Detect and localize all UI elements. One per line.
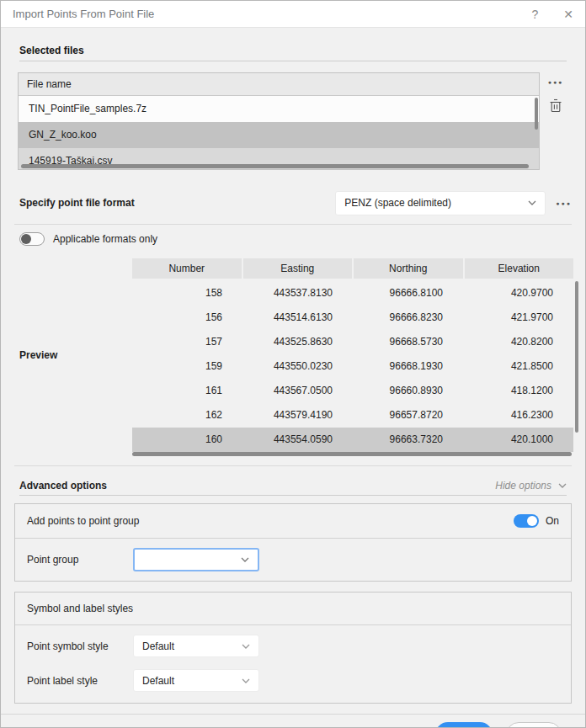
chevron-down-icon (528, 200, 536, 205)
preview-cell: 443554.0590 (242, 428, 353, 452)
preview-body: 158443537.813096666.8100420.970015644351… (132, 281, 573, 452)
file-list-horizontal-scrollbar[interactable] (21, 164, 529, 168)
point-group-box: Add points to point group On Point group (14, 503, 572, 582)
point-symbol-style-value: Default (142, 640, 242, 652)
point-group-label: Point group (27, 554, 133, 566)
preview-cell: 443567.0500 (242, 379, 353, 403)
preview-cell: 160 (132, 428, 242, 452)
close-icon[interactable]: ✕ (563, 8, 573, 20)
preview-row[interactable]: 160443554.059096663.7320420.1000 (132, 428, 573, 452)
file-list-column-header[interactable]: File name (19, 73, 539, 96)
preview-row[interactable]: 159443550.023096668.1930421.8500 (132, 354, 573, 379)
preview-cell: 420.9700 (463, 281, 573, 306)
preview-row[interactable]: 162443579.419096657.8720416.2300 (132, 403, 573, 428)
preview-cell: 443579.4190 (242, 403, 353, 428)
dialog-title: Import Points From Point File (13, 8, 506, 20)
preview-cell: 157 (132, 330, 242, 354)
format-dropdown-value: PENZ (space delimited) (344, 197, 528, 209)
preview-cell: 96666.8230 (353, 306, 463, 330)
preview-row[interactable]: 156443514.613096666.8230421.9700 (132, 306, 573, 330)
preview-cell: 96660.8930 (353, 379, 463, 403)
preview-cell: 156 (132, 306, 242, 330)
add-points-toggle-state: On (546, 515, 559, 527)
delete-file-icon[interactable] (549, 98, 562, 113)
add-points-label: Add points to point group (27, 515, 514, 527)
preview-column-header[interactable]: Easting (243, 258, 353, 279)
preview-column-header[interactable]: Elevation (465, 258, 574, 279)
preview-cell: 443514.6130 (242, 306, 353, 330)
advanced-rule (19, 495, 567, 496)
preview-cell: 96668.1930 (353, 354, 463, 379)
preview-vertical-scrollbar[interactable] (575, 281, 578, 433)
chevron-down-icon (242, 644, 250, 649)
preview-cell: 443550.0230 (242, 354, 353, 379)
preview-divider (14, 465, 572, 466)
preview-cell: 443525.8630 (242, 330, 353, 354)
add-points-toggle[interactable] (514, 514, 539, 528)
point-group-dropdown[interactable] (133, 548, 259, 571)
selected-files-heading: Selected files (19, 45, 567, 56)
preview-cell: 158 (132, 281, 242, 306)
hide-options-label: Hide options (495, 480, 551, 492)
preview-cell: 420.1000 (463, 428, 573, 452)
styles-box: Symbol and label styles Point symbol sty… (14, 592, 572, 704)
preview-cell: 161 (132, 379, 242, 403)
preview-cell: 416.2300 (463, 403, 573, 428)
import-points-dialog: Import Points From Point File ? ✕ Select… (0, 0, 586, 728)
footer-divider (1, 714, 585, 715)
import-button[interactable]: Import (435, 722, 493, 728)
file-list-more-icon[interactable]: ●●● (548, 79, 564, 85)
file-list-row[interactable]: TIN_PointFile_samples.7z (19, 96, 539, 122)
format-divider (14, 224, 572, 225)
preview-cell: 421.8500 (463, 354, 573, 379)
preview-row[interactable]: 158443537.813096666.8100420.9700 (132, 281, 573, 306)
preview-cell: 96663.7320 (353, 428, 463, 452)
preview-horizontal-scrollbar[interactable] (132, 452, 572, 456)
advanced-options-heading: Advanced options (19, 480, 495, 492)
preview-column-header[interactable]: Number (132, 258, 242, 279)
preview-cell: 159 (132, 354, 242, 379)
format-label: Specify point file format (19, 197, 335, 209)
styles-box-heading: Symbol and label styles (15, 592, 571, 624)
preview-cell: 443537.8130 (242, 281, 353, 306)
title-bar: Import Points From Point File ? ✕ (1, 1, 585, 28)
footer: Import Cancel (14, 722, 572, 728)
preview-cell: 420.8200 (463, 330, 573, 354)
format-more-icon[interactable]: ●●● (556, 200, 572, 206)
point-label-style-value: Default (142, 675, 242, 687)
point-symbol-style-label: Point symbol style (27, 640, 133, 652)
chevron-down-icon (241, 557, 249, 562)
preview-table: NumberEastingNorthingElevation 158443537… (132, 258, 580, 452)
selected-files-rule (19, 61, 567, 61)
preview-header-row: NumberEastingNorthingElevation (132, 258, 573, 279)
preview-column-header[interactable]: Northing (354, 258, 463, 279)
help-icon[interactable]: ? (531, 8, 538, 20)
format-dropdown[interactable]: PENZ (space delimited) (335, 191, 546, 215)
preview-label: Preview (14, 349, 132, 361)
file-list-actions: ●●● (540, 72, 572, 170)
hide-options-button[interactable]: Hide options (495, 480, 567, 492)
preview-cell: 96668.5730 (353, 330, 463, 354)
toggle-knob (527, 516, 537, 526)
preview-cell: 96657.8720 (353, 403, 463, 428)
point-symbol-style-dropdown[interactable]: Default (133, 635, 259, 657)
point-label-style-dropdown[interactable]: Default (133, 669, 259, 692)
cancel-button[interactable]: Cancel (506, 722, 562, 728)
applicable-formats-label: Applicable formats only (53, 233, 157, 245)
point-label-style-label: Point label style (27, 675, 133, 687)
file-list-rows: TIN_PointFile_samples.7zGN_Z_koo.koo1459… (19, 96, 539, 170)
applicable-formats-toggle[interactable] (19, 232, 45, 246)
file-list-vertical-scrollbar[interactable] (535, 98, 538, 130)
preview-row[interactable]: 161443567.050096660.8930418.1200 (132, 379, 573, 403)
file-list-row[interactable]: GN_Z_koo.koo (19, 122, 539, 148)
preview-row[interactable]: 157443525.863096668.5730420.8200 (132, 330, 573, 354)
preview-cell: 96666.8100 (353, 281, 463, 306)
preview-cell: 421.9700 (463, 306, 573, 330)
chevron-down-icon (242, 678, 250, 683)
styles-box-divider (15, 624, 571, 625)
file-list: File name TIN_PointFile_samples.7zGN_Z_k… (18, 72, 540, 170)
toggle-knob (21, 234, 31, 244)
preview-cell: 418.1200 (463, 379, 573, 403)
preview-cell: 162 (132, 403, 242, 428)
chevron-down-icon (558, 483, 567, 488)
